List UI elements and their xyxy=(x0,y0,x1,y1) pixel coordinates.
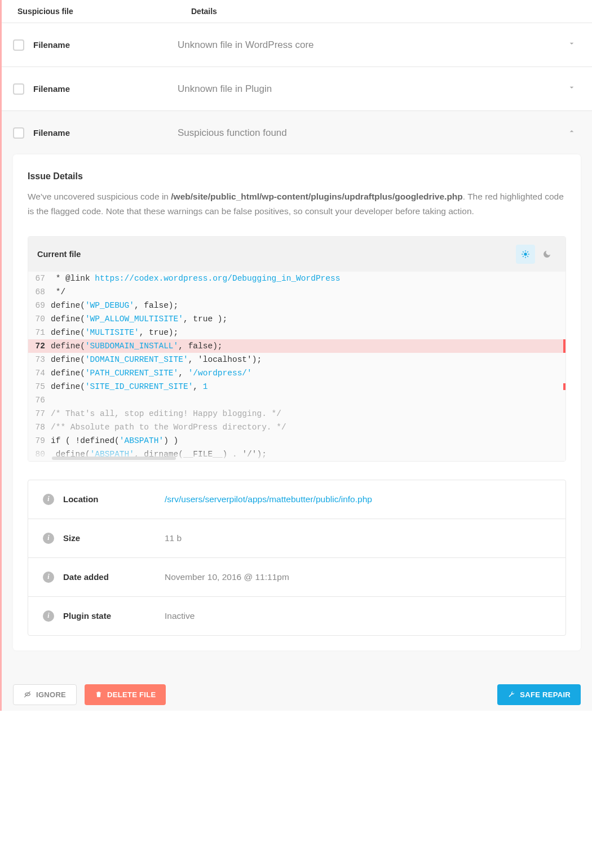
svg-line-7 xyxy=(523,256,523,256)
code-line: 76 xyxy=(28,393,566,407)
row-checkbox[interactable] xyxy=(13,39,24,51)
code-line: 77/* That's all, stop editing! Happy blo… xyxy=(28,407,566,420)
chevron-up-icon[interactable] xyxy=(563,127,581,139)
meta-date-row: i Date added November 10, 2016 @ 11:11pm xyxy=(28,558,566,597)
row-checkbox[interactable] xyxy=(13,83,24,95)
delete-file-button[interactable]: DELETE FILE xyxy=(85,684,166,705)
svg-line-8 xyxy=(527,251,528,252)
code-line: 72define('SUBDOMAIN_INSTALL', false); xyxy=(28,339,566,353)
meta-plugin-row: i Plugin state Inactive xyxy=(28,597,566,635)
horizontal-scrollbar[interactable] xyxy=(52,457,176,460)
issue-title: Issue Details xyxy=(28,171,566,181)
svg-point-0 xyxy=(524,253,527,255)
row-label: Filename xyxy=(33,84,178,94)
info-icon: i xyxy=(43,572,54,583)
code-block: Current file 67 * @link https://codex.wo… xyxy=(28,236,566,462)
code-line: 74define('PATH_CURRENT_SITE', '/wordpres… xyxy=(28,366,566,380)
issue-text: We've uncovered suspicious code in /web/… xyxy=(28,189,566,219)
code-line: 79if ( !defined('ABSPATH') ) xyxy=(28,434,566,448)
code-line: 73define('DOMAIN_CURRENT_SITE', 'localho… xyxy=(28,353,566,366)
col-details: Details xyxy=(191,7,583,16)
meta-table: i Location /srv/users/serverpilot/apps/m… xyxy=(28,480,566,636)
table-header: Suspicious file Details xyxy=(2,0,592,23)
code-line: 68 */ xyxy=(28,285,566,299)
meta-label: Date added xyxy=(63,572,165,582)
row-description: Suspicious function found xyxy=(178,127,563,139)
code-line: 75define('SITE_ID_CURRENT_SITE', 1 xyxy=(28,380,566,393)
code-body[interactable]: 67 * @link https://codex.wordpress.org/D… xyxy=(28,272,566,461)
meta-plugin-value: Inactive xyxy=(165,611,195,621)
meta-label: Location xyxy=(63,494,165,504)
eye-off-icon xyxy=(24,690,32,698)
safe-repair-button[interactable]: SAFE REPAIR xyxy=(497,684,581,705)
row-description: Unknown file in WordPress core xyxy=(178,39,563,51)
meta-date-value: November 10, 2016 @ 11:11pm xyxy=(165,572,289,582)
issue-path: /web/site/public_html/wp-content/plugins… xyxy=(171,192,463,201)
col-suspicious-file: Suspicious file xyxy=(11,7,191,16)
code-line: 69define('WP_DEBUG', false); xyxy=(28,299,566,312)
code-line: 78/** Absolute path to the WordPress dir… xyxy=(28,420,566,434)
code-line: 67 * @link https://codex.wordpress.org/D… xyxy=(28,272,566,285)
row-description: Unknown file in Plugin xyxy=(178,83,563,95)
info-icon: i xyxy=(43,533,54,544)
file-row[interactable]: Filename Unknown file in WordPress core xyxy=(2,23,592,67)
wrench-icon xyxy=(507,690,515,698)
row-label: Filename xyxy=(33,128,178,138)
trash-icon xyxy=(95,690,103,698)
sun-icon[interactable] xyxy=(516,245,535,264)
code-header-title: Current file xyxy=(37,250,81,259)
info-icon: i xyxy=(43,610,54,622)
code-line: 71define('MULTISITE', true); xyxy=(28,326,566,339)
chevron-down-icon[interactable] xyxy=(563,83,581,95)
code-line: 70define('WP_ALLOW_MULTISITE', true ); xyxy=(28,312,566,326)
meta-label: Size xyxy=(63,533,165,543)
chevron-down-icon[interactable] xyxy=(563,39,581,51)
row-checkbox[interactable] xyxy=(13,127,24,139)
row-label: Filename xyxy=(33,40,178,50)
action-bar: IGNORE DELETE FILE SAFE REPAIR xyxy=(2,667,592,711)
file-row-expanded[interactable]: Filename Suspicious function found xyxy=(2,111,592,154)
svg-line-5 xyxy=(523,251,523,252)
info-icon: i xyxy=(43,494,54,505)
meta-size-value: 11 b xyxy=(165,533,182,543)
meta-size-row: i Size 11 b xyxy=(28,519,566,558)
svg-line-6 xyxy=(527,256,528,256)
ignore-button[interactable]: IGNORE xyxy=(13,684,77,705)
details-panel: Issue Details We've uncovered suspicious… xyxy=(2,154,592,667)
meta-label: Plugin state xyxy=(63,611,165,621)
file-row[interactable]: Filename Unknown file in Plugin xyxy=(2,67,592,111)
moon-icon[interactable] xyxy=(537,245,556,264)
meta-location-value[interactable]: /srv/users/serverpilot/apps/mattebutter/… xyxy=(165,494,372,504)
meta-location-row: i Location /srv/users/serverpilot/apps/m… xyxy=(28,480,566,519)
